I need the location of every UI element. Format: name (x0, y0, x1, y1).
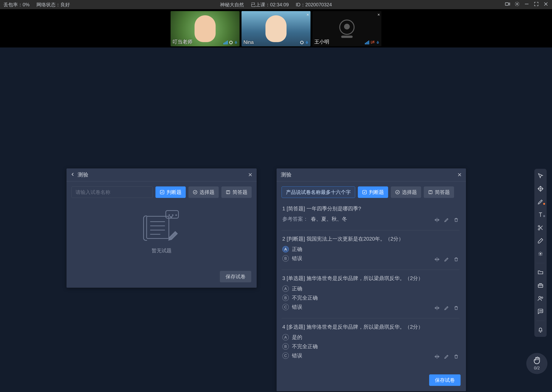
move-icon[interactable] (435, 257, 439, 263)
camera-off-icon (339, 20, 355, 35)
mic-icon (376, 40, 379, 45)
svg-rect-5 (236, 41, 237, 43)
judge-type-button[interactable]: 判断题 (358, 186, 388, 198)
option-text: 不完全正确 (292, 294, 318, 301)
option-text: 错误 (292, 352, 302, 359)
option-row[interactable]: B 错误 (282, 255, 302, 262)
pen-tool-icon[interactable] (537, 198, 544, 206)
question-list[interactable]: 1 [简答题] 一年四季分别是哪四季? 参考答案：春、夏、秋、冬 2 [判断题]… (282, 203, 461, 369)
video-tile-student[interactable]: × Nina (241, 11, 311, 46)
short-answer-type-button[interactable]: T 简答题 (221, 186, 252, 198)
close-icon[interactable] (543, 1, 549, 8)
camera-muted-icon (371, 40, 375, 45)
text-tool-icon[interactable] (537, 211, 544, 219)
svg-point-14 (539, 296, 541, 298)
record-icon (229, 41, 233, 44)
move-tool-icon[interactable] (537, 185, 544, 193)
close-icon[interactable]: × (306, 12, 309, 17)
users-icon[interactable] (537, 294, 544, 302)
move-icon[interactable] (435, 217, 439, 224)
elapsed-time: 已上课：02:34:09 (251, 1, 289, 8)
option-text: 错误 (292, 255, 302, 262)
hand-raise-badge[interactable]: 0/2 (526, 353, 547, 374)
svg-rect-6 (306, 41, 307, 43)
svg-text:T: T (227, 191, 229, 193)
svg-point-15 (541, 297, 543, 298)
option-row[interactable]: A 正确 (282, 285, 459, 292)
svg-rect-9 (378, 41, 378, 43)
move-icon[interactable] (435, 354, 439, 360)
chat-icon[interactable] (537, 308, 544, 315)
option-row[interactable]: C 错误 (282, 304, 302, 310)
option-text: 正确 (292, 285, 302, 292)
option-label: B (282, 343, 289, 350)
option-label: A (282, 334, 289, 341)
eraser-tool-icon[interactable] (537, 237, 544, 245)
svg-point-10 (538, 225, 540, 227)
edit-icon[interactable] (444, 257, 449, 263)
paper-name-display[interactable]: 产品说试卷名称最多十六个字 (282, 186, 355, 198)
svg-point-17 (540, 311, 541, 311)
edit-icon[interactable] (444, 306, 449, 312)
save-paper-button[interactable]: 保存试卷 (429, 374, 461, 386)
option-label: C (282, 304, 289, 310)
folder-icon[interactable] (537, 269, 544, 276)
judge-type-button[interactable]: 判断题 (155, 186, 186, 198)
option-row[interactable]: A 正确 (282, 246, 459, 253)
close-icon[interactable]: × (378, 12, 380, 17)
toolbox-icon[interactable] (537, 281, 544, 289)
question-title: 1 [简答题] 一年四季分别是哪四季? (282, 205, 459, 212)
delete-icon[interactable] (454, 354, 459, 360)
laser-tool-icon[interactable] (537, 250, 544, 258)
delete-icon[interactable] (454, 306, 459, 312)
bell-icon[interactable] (537, 326, 544, 334)
choice-type-button[interactable]: 选择题 (189, 186, 219, 198)
short-answer-type-button[interactable]: 简答题 (424, 186, 454, 198)
close-icon[interactable]: ✕ (457, 172, 462, 178)
pointer-tool-icon[interactable] (537, 172, 544, 180)
svg-point-12 (540, 253, 541, 254)
camera-toggle-icon[interactable] (505, 1, 510, 8)
delete-icon[interactable] (454, 217, 459, 224)
svg-rect-0 (505, 3, 508, 5)
edit-icon[interactable] (444, 217, 449, 224)
settings-icon[interactable] (515, 1, 520, 8)
video-tile-camera-off[interactable]: × 王小明 (312, 11, 381, 46)
option-text: 错误 (292, 304, 302, 310)
hand-icon (533, 357, 541, 364)
option-text: 正确 (292, 246, 302, 253)
fullscreen-icon[interactable] (534, 1, 539, 8)
option-label: B (282, 294, 289, 301)
option-label: A (282, 285, 289, 292)
option-label: B (282, 255, 289, 262)
signal-icon (224, 41, 228, 44)
back-icon[interactable] (71, 172, 75, 178)
right-toolbar (534, 169, 547, 337)
option-row[interactable]: B 不完全正确 (282, 294, 459, 301)
minimize-icon[interactable] (524, 1, 529, 8)
choice-type-button[interactable]: 选择题 (391, 186, 421, 198)
signal-icon (365, 41, 369, 44)
svg-point-16 (539, 311, 540, 311)
close-icon[interactable]: ✕ (248, 172, 252, 178)
move-icon[interactable] (435, 306, 439, 312)
edit-icon[interactable] (444, 354, 449, 360)
save-paper-button[interactable]: 保存试卷 (220, 271, 251, 282)
mic-icon (234, 40, 238, 45)
question-item: 2 [判断题] 我国宪法上一次更新是在2020年。（2分） A 正确 B 错误 (282, 233, 459, 270)
video-strip: 叮当老师 × Nina × 王小明 (0, 9, 552, 48)
participant-name: 叮当老师 (173, 38, 192, 45)
question-title: 3 [单选题] 施华洛世奇是反华品牌，所以梁鼎琪反华。（2分） (282, 275, 459, 282)
option-row[interactable]: B 不完全正确 (282, 343, 459, 350)
delete-icon[interactable] (454, 257, 459, 263)
question-title: 4 [多选题] 施华洛世奇是反华品牌，所以梁鼎琪反华。（2分） (282, 323, 459, 330)
panel-title: 测验 (78, 171, 88, 178)
hand-count: 0/2 (534, 366, 540, 371)
top-status-bar: 丢包率：0% 网络状态：良好 神秘大自然 已上课：02:34:09 ID：202… (0, 0, 552, 9)
scissors-tool-icon[interactable] (537, 224, 544, 231)
option-row[interactable]: A 是的 (282, 334, 459, 341)
video-tile-teacher[interactable]: 叮当老师 (171, 11, 240, 46)
option-row[interactable]: C 错误 (282, 352, 302, 359)
paper-name-input[interactable] (72, 186, 153, 198)
empty-illustration-icon (144, 210, 179, 243)
